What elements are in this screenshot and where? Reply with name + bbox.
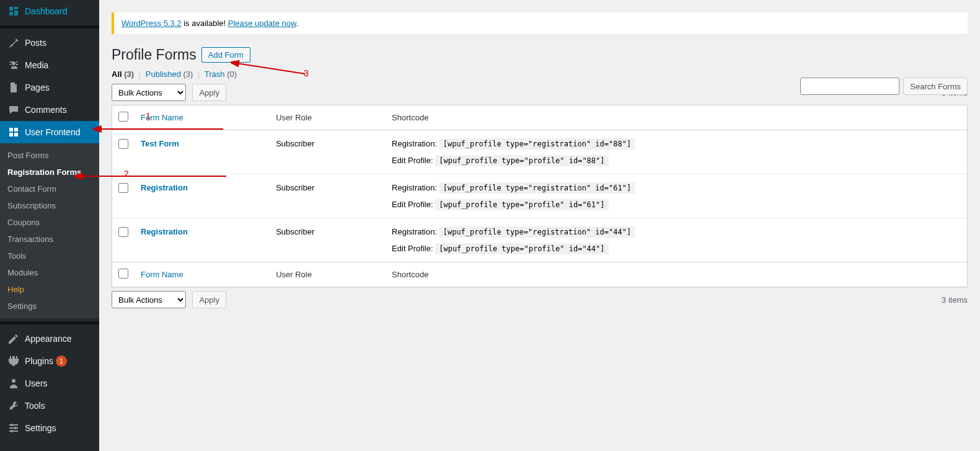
sidebar-item-label: Appearance: [25, 334, 72, 344]
form-name-link[interactable]: Test Form: [141, 139, 179, 148]
sidebar-item-user-frontend[interactable]: User Frontend: [0, 121, 99, 143]
tablenav-bottom: Bulk Actions Apply 3 items: [112, 291, 968, 308]
form-name-link[interactable]: Registration: [141, 227, 188, 236]
submenu-item-modules[interactable]: Modules: [0, 264, 99, 281]
select-all-header: [112, 105, 135, 130]
submenu-item-coupons[interactable]: Coupons: [0, 214, 99, 231]
main-content: WordPress 5.3.2 is available! Please upd…: [99, 0, 980, 451]
svg-point-7: [11, 430, 13, 432]
table-row: Registration Subscriber Registration: [w…: [112, 218, 967, 262]
page-icon: [7, 81, 20, 94]
header-shortcode: Shortcode: [386, 105, 967, 130]
row-shortcode: Registration: [wpuf_profile type="regist…: [386, 130, 967, 174]
search-input[interactable]: [800, 78, 899, 95]
form-name-link[interactable]: Registration: [141, 183, 188, 192]
update-now-link[interactable]: Please update now: [228, 19, 296, 28]
appearance-icon: [7, 333, 20, 345]
sidebar-item-appearance[interactable]: Appearance: [0, 328, 99, 350]
select-all-checkbox[interactable]: [118, 112, 128, 122]
search-button[interactable]: Search Forms: [903, 78, 968, 95]
sidebar-item-settings[interactable]: Settings: [0, 417, 99, 439]
footer-user-role: User Role: [270, 262, 386, 287]
footer-shortcode: Shortcode: [386, 262, 967, 287]
update-badge: 1: [56, 355, 67, 367]
sidebar-item-label: Users: [25, 378, 48, 388]
row-user-role: Subscriber: [270, 174, 386, 218]
bulk-action-select-bottom[interactable]: Bulk Actions: [112, 291, 186, 308]
shortcode-code[interactable]: [wpuf_profile type="profile" id="61"]: [435, 199, 608, 210]
media-icon: [7, 59, 20, 71]
notice-text: is available!: [182, 19, 228, 28]
update-notice: WordPress 5.3.2 is available! Please upd…: [112, 12, 968, 34]
apply-button-bottom[interactable]: Apply: [192, 291, 226, 308]
plugin-icon: [7, 355, 20, 367]
sidebar-item-label: Comments: [25, 105, 67, 115]
separator: [0, 321, 99, 324]
shortcode-code[interactable]: [wpuf_profile type="registration" id="44…: [439, 226, 635, 238]
header-user-role: User Role: [270, 105, 386, 130]
shortcode-code[interactable]: [wpuf_profile type="registration" id="61…: [439, 182, 635, 194]
sidebar-item-users[interactable]: Users: [0, 372, 99, 395]
sidebar-item-label: User Frontend: [25, 127, 80, 137]
settings-icon: [7, 422, 20, 434]
row-checkbox[interactable]: [118, 227, 128, 237]
wp-version-link[interactable]: WordPress 5.3.2: [121, 19, 182, 28]
sidebar-item-posts[interactable]: Posts: [0, 32, 99, 54]
footer-form-name[interactable]: Form Name: [135, 262, 270, 287]
items-count-bottom: 3 items: [942, 295, 968, 305]
filter-published[interactable]: Published (3): [146, 69, 193, 79]
sidebar-item-label: Media: [25, 60, 48, 70]
submenu-item-contact-form[interactable]: Contact Form: [0, 181, 99, 197]
shortcode-code[interactable]: [wpuf_profile type="profile" id="88"]: [435, 155, 608, 166]
sidebar-item-label: Posts: [25, 38, 46, 48]
shortcode-code[interactable]: [wpuf_profile type="profile" id="44"]: [435, 243, 608, 254]
svg-point-1: [12, 379, 15, 383]
forms-table: Form Name User Role Shortcode Test Form …: [112, 105, 968, 287]
select-all-checkbox-footer[interactable]: [118, 269, 128, 279]
sidebar-item-tools[interactable]: Tools: [0, 395, 99, 417]
select-all-footer: [112, 262, 135, 287]
shortcode-label-profile: Edit Profile:: [392, 244, 433, 253]
comment-icon: [7, 104, 20, 116]
submenu-item-post-forms[interactable]: Post Forms: [0, 147, 99, 164]
header-form-name[interactable]: Form Name: [135, 105, 270, 130]
submenu-item-subscriptions[interactable]: Subscriptions: [0, 197, 99, 214]
submenu-item-transactions[interactable]: Transactions: [0, 231, 99, 248]
submenu-item-settings[interactable]: Settings: [0, 298, 99, 315]
add-form-button[interactable]: Add Form: [201, 47, 250, 63]
sidebar-item-pages[interactable]: Pages: [0, 76, 99, 99]
sidebar-item-label: Plugins: [25, 356, 53, 366]
page-title: Profile Forms: [112, 47, 196, 63]
shortcode-code[interactable]: [wpuf_profile type="registration" id="88…: [439, 138, 635, 150]
admin-sidebar: Dashboard Posts Media Pages Comments Use…: [0, 0, 99, 451]
shortcode-label-registration: Registration:: [392, 227, 437, 236]
sidebar-item-media[interactable]: Media: [0, 54, 99, 76]
row-checkbox[interactable]: [118, 183, 128, 193]
svg-point-6: [14, 427, 17, 429]
row-shortcode: Registration: [wpuf_profile type="regist…: [386, 218, 967, 262]
shortcode-label-registration: Registration:: [392, 139, 437, 148]
shortcode-label-registration: Registration:: [392, 183, 437, 192]
row-shortcode: Registration: [wpuf_profile type="regist…: [386, 174, 967, 218]
sidebar-item-plugins[interactable]: Plugins 1: [0, 350, 99, 372]
shortcode-label-profile: Edit Profile:: [392, 156, 433, 165]
sidebar-item-comments[interactable]: Comments: [0, 99, 99, 121]
submenu-item-registration-forms[interactable]: Registration Forms: [0, 164, 99, 181]
filter-all[interactable]: All (3): [112, 69, 134, 79]
page-header: Profile Forms Add Form: [112, 47, 968, 63]
row-checkbox[interactable]: [118, 139, 128, 149]
sidebar-item-dashboard[interactable]: Dashboard: [0, 0, 99, 22]
sidebar-submenu: Post Forms Registration Forms Contact Fo…: [0, 143, 99, 318]
sidebar-item-label: Tools: [25, 401, 45, 411]
filter-trash[interactable]: Trash (0): [205, 69, 237, 79]
submenu-item-tools[interactable]: Tools: [0, 248, 99, 264]
dashboard-icon: [7, 5, 20, 17]
apply-button[interactable]: Apply: [192, 84, 226, 101]
sidebar-item-label: Dashboard: [25, 6, 68, 16]
row-user-role: Subscriber: [270, 218, 386, 262]
bulk-action-select[interactable]: Bulk Actions: [112, 84, 186, 101]
sidebar-item-label: Pages: [25, 83, 50, 92]
pin-icon: [7, 37, 20, 49]
submenu-item-help[interactable]: Help: [0, 281, 99, 298]
sidebar-item-label: Settings: [25, 423, 56, 433]
